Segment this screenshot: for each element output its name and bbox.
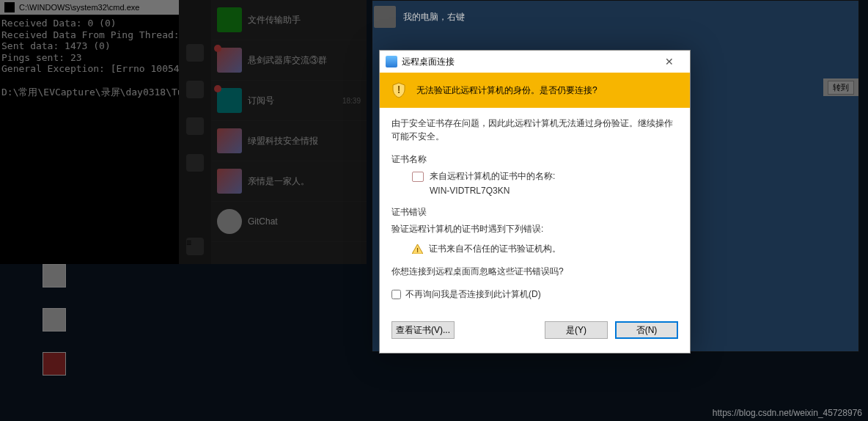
chat-list: 文件传输助手悬剑武器库交流③群订阅号18:39绿盟科技安全情报亲情是一家人。Gi…	[211, 0, 367, 264]
chat-item-time: 18:39	[342, 97, 361, 105]
context-avatar	[374, 6, 396, 28]
dialog-warning-text: 无法验证此远程计算机的身份。是否仍要连接?	[416, 84, 597, 97]
context-label: 我的电脑，右键	[403, 11, 465, 23]
cert-name-sub: 来自远程计算机的证书中的名称:	[430, 170, 555, 183]
chat-item[interactable]: 悬剑武器库交流③群	[211, 40, 367, 81]
svg-text:!: !	[397, 84, 401, 95]
chat-nav-icon[interactable]	[186, 81, 204, 98]
dont-ask-checkbox[interactable]	[391, 290, 401, 299]
cert-name-value: WIN-VIDTRL7Q3KN	[430, 186, 678, 196]
chat-nav-icon[interactable]	[186, 117, 204, 135]
chat-avatar	[217, 169, 242, 194]
yes-button[interactable]: 是(Y)	[545, 321, 608, 339]
dont-ask-checkbox-row[interactable]: 不再询问我是否连接到此计算机(D)	[391, 288, 678, 301]
unread-badge	[214, 45, 221, 52]
warning-triangle-icon: !	[412, 244, 423, 254]
chat-avatar	[217, 128, 242, 153]
chat-item-name: 悬剑武器库交流③群	[248, 54, 355, 67]
cert-error-label: 证书错误	[391, 206, 678, 219]
chat-menu-icon[interactable]: ≡	[186, 238, 204, 255]
cert-error-item: 证书来自不信任的证书验证机构。	[429, 243, 561, 255]
dialog-body: 由于安全证书存在问题，因此此远程计算机无法通过身份验证。继续操作可能不安全。 证…	[380, 108, 690, 321]
chat-avatar	[217, 7, 242, 32]
chat-item[interactable]: 绿盟科技安全情报	[211, 121, 367, 161]
svg-text:!: !	[416, 246, 419, 254]
desktop-icon[interactable]	[40, 264, 68, 288]
view-certificate-button[interactable]: 查看证书(V)...	[391, 321, 455, 339]
chat-item[interactable]: GitChat	[211, 202, 367, 242]
rdp-icon	[386, 56, 397, 67]
unread-badge	[214, 85, 221, 92]
chat-item-name: GitChat	[248, 216, 355, 227]
dont-ask-label: 不再询问我是否连接到此计算机(D)	[405, 288, 541, 301]
watermark: https://blog.csdn.net/weixin_45728976	[713, 408, 862, 418]
context-item: 我的电脑，右键	[367, 0, 689, 34]
dialog-button-row: 查看证书(V)... 是(Y) 否(N)	[380, 321, 690, 349]
chat-item-name: 亲情是一家人。	[248, 175, 355, 188]
no-button[interactable]: 否(N)	[615, 321, 678, 339]
chat-panel: ≡ 文件传输助手悬剑武器库交流③群订阅号18:39绿盟科技安全情报亲情是一家人。…	[179, 0, 367, 264]
rdp-certificate-dialog: 远程桌面连接 ✕ ! 无法验证此远程计算机的身份。是否仍要连接? 由于安全证书存…	[379, 50, 691, 354]
dialog-warning-bar: ! 无法验证此远程计算机的身份。是否仍要连接?	[380, 73, 690, 108]
dialog-titlebar[interactable]: 远程桌面连接 ✕	[380, 51, 690, 73]
chat-avatar	[217, 48, 242, 73]
desktop-icon[interactable]	[40, 352, 68, 376]
cmd-icon	[4, 2, 15, 12]
close-icon[interactable]: ✕	[655, 53, 684, 70]
chat-item[interactable]: 订阅号18:39	[211, 81, 367, 121]
desktop-icon[interactable]	[40, 308, 68, 332]
chat-nav-icon[interactable]	[186, 154, 204, 172]
chat-nav-icon[interactable]	[186, 44, 204, 62]
chat-item[interactable]: 亲情是一家人。	[211, 161, 367, 202]
dialog-paragraph: 由于安全证书存在问题，因此此远程计算机无法通过身份验证。继续操作可能不安全。	[391, 117, 678, 143]
dialog-question: 你想连接到远程桌面而忽略这些证书错误吗?	[391, 266, 678, 278]
cert-name-label: 证书名称	[391, 153, 678, 166]
cmd-title-text: C:\WINDOWS\system32\cmd.exe	[19, 0, 139, 15]
shield-warning-icon: !	[390, 81, 408, 99]
chat-avatar	[217, 209, 242, 234]
cert-error-sub: 验证远程计算机的证书时遇到下列错误:	[391, 223, 678, 235]
chat-item-name: 订阅号	[248, 95, 336, 107]
chat-item-name: 绿盟科技安全情报	[248, 135, 355, 147]
dialog-title-text: 远程桌面连接	[402, 56, 455, 68]
remote-toolbar: 转到	[823, 78, 858, 96]
remote-go-button[interactable]: 转到	[828, 81, 854, 95]
chat-avatar	[217, 88, 242, 113]
chat-sidebar: ≡	[179, 0, 211, 264]
chat-item-name: 文件传输助手	[248, 14, 355, 26]
chat-item[interactable]: 文件传输助手	[211, 0, 367, 40]
certificate-icon	[412, 172, 424, 182]
